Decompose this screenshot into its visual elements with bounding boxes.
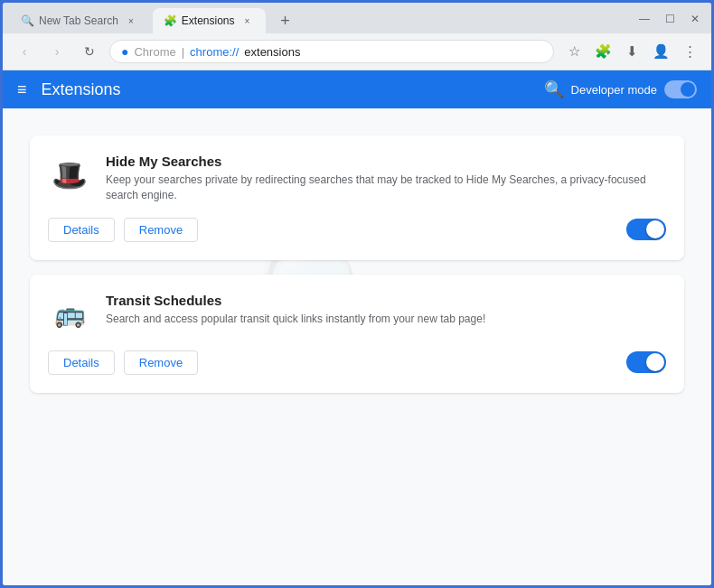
extension-card-bottom-2: Details Remove [48, 350, 666, 375]
address-security-icon: ● [121, 44, 128, 59]
hamburger-menu-button[interactable]: ≡ [17, 80, 27, 99]
developer-mode-toggle[interactable] [664, 80, 697, 98]
extensions-button[interactable]: 🧩 [590, 39, 615, 64]
tab-new-tab-search-label: New Tab Search [39, 14, 118, 27]
tab-new-tab-search[interactable]: 🔍 New Tab Search × [10, 8, 149, 33]
developer-mode-label: Developer mode [571, 83, 657, 97]
tab-search-icon: 🔍 [21, 14, 33, 27]
title-bar: 🔍 New Tab Search × 🧩 Extensions × + — ☐ … [3, 3, 711, 33]
bookmark-button[interactable]: ☆ [561, 39, 587, 64]
transit-schedules-icon: 🚌 [48, 293, 91, 336]
address-bar[interactable]: ● Chrome | chrome://extensions [109, 40, 554, 63]
address-protocol: chrome:// [190, 45, 239, 59]
hide-my-searches-toggle[interactable] [626, 219, 666, 240]
transit-schedules-details-button[interactable]: Details [48, 350, 115, 375]
tab-new-tab-search-close[interactable]: × [124, 14, 138, 28]
minimize-button[interactable]: — [635, 13, 653, 25]
extension-info: Hide My Searches Keep your searches priv… [106, 154, 666, 203]
extension-card-top: 🎩 Hide My Searches Keep your searches pr… [48, 154, 666, 203]
hide-my-searches-details-button[interactable]: Details [48, 218, 115, 242]
extension-name-2: Transit Schedules [106, 293, 666, 308]
maximize-button[interactable]: ☐ [661, 13, 679, 25]
tab-extensions-label: Extensions [182, 14, 235, 27]
reload-button[interactable]: ↻ [77, 39, 102, 64]
nav-bar: ‹ › ↻ ● Chrome | chrome://extensions ☆ 🧩… [3, 33, 711, 70]
window-controls: — ☐ ✕ [635, 13, 704, 29]
address-path: extensions [244, 45, 300, 59]
new-tab-button[interactable]: + [273, 8, 298, 33]
hide-my-searches-icon: 🎩 [48, 154, 91, 197]
extension-description-2: Search and access popular transit quick … [106, 312, 666, 327]
extensions-header: ≡ Extensions 🔍 Developer mode [3, 70, 711, 108]
tab-extensions[interactable]: 🧩 Extensions × [153, 8, 266, 33]
profile-button[interactable]: 👤 [648, 39, 673, 64]
back-button[interactable]: ‹ [12, 39, 37, 64]
close-button[interactable]: ✕ [686, 13, 704, 25]
forward-button[interactable]: › [44, 39, 70, 64]
transit-schedules-toggle[interactable] [626, 351, 666, 373]
search-extensions-button[interactable]: 🔍 [544, 79, 564, 99]
extension-name: Hide My Searches [106, 154, 666, 169]
tab-extensions-close[interactable]: × [240, 14, 255, 28]
downloads-button[interactable]: ⬇ [619, 39, 644, 64]
nav-actions: ☆ 🧩 ⬇ 👤 ⋮ [561, 39, 702, 64]
extension-info-2: Transit Schedules Search and access popu… [106, 293, 666, 336]
extension-card-top-2: 🚌 Transit Schedules Search and access po… [48, 293, 666, 336]
transit-schedules-remove-button[interactable]: Remove [124, 350, 198, 375]
menu-button[interactable]: ⋮ [677, 39, 702, 64]
developer-mode-section: 🔍 Developer mode [544, 79, 697, 99]
extension-card-transit-schedules: 🚌 Transit Schedules Search and access po… [30, 275, 684, 393]
extension-description: Keep your searches private by redirectin… [106, 173, 666, 203]
browser-window: 🔍 New Tab Search × 🧩 Extensions × + — ☐ … [0, 0, 714, 588]
main-content: 🔍 rish.com 🎩 Hide My Searches Keep your … [3, 108, 711, 585]
address-separator: | [182, 45, 184, 59]
extension-card-bottom: Details Remove [48, 218, 666, 242]
extension-card-hide-my-searches: 🎩 Hide My Searches Keep your searches pr… [30, 135, 684, 260]
tab-extensions-icon: 🧩 [164, 14, 176, 27]
address-brand: Chrome [134, 45, 175, 59]
extensions-page-title: Extensions [42, 80, 544, 99]
hide-my-searches-remove-button[interactable]: Remove [124, 218, 198, 242]
